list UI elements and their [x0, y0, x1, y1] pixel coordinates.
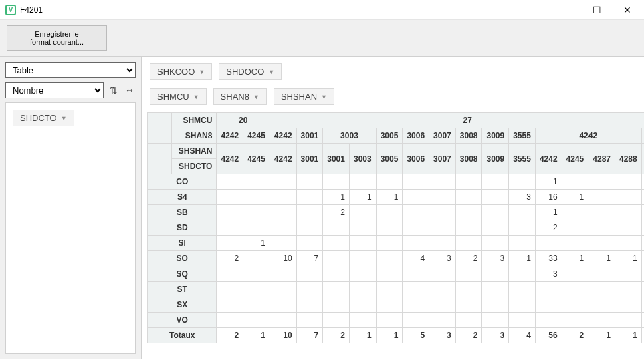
swap-axes-icon[interactable]: ↔: [124, 83, 136, 98]
pivot-table-wrap[interactable]: SHMCU2027SHAN842424245424230013003300530…: [147, 112, 644, 354]
pivot-data-cell: [296, 205, 323, 220]
pivot-header-cell[interactable]: SI: [148, 236, 217, 251]
pivot-data-cell: [243, 282, 270, 297]
pivot-header-cell[interactable]: 3001: [323, 144, 350, 174]
pivot-data-cell: [641, 236, 644, 251]
pivot-header-cell[interactable]: [148, 128, 172, 144]
pivot-header-cell[interactable]: 4242: [535, 128, 641, 144]
pivot-data-cell: 1: [535, 205, 562, 220]
pivot-header-cell[interactable]: 424: [641, 144, 644, 174]
row-field-shmcu[interactable]: SHMCU▼: [150, 88, 207, 105]
table-row: SI1: [148, 236, 645, 251]
table-row: SX: [148, 297, 645, 313]
sort-toggle-icon[interactable]: ⇅: [108, 83, 120, 98]
pivot-header-cell[interactable]: 4242: [217, 144, 243, 174]
pivot-header-cell[interactable]: 3008: [455, 144, 482, 174]
pivot-header-cell[interactable]: 4287: [588, 144, 615, 174]
table-row: ST: [148, 282, 645, 297]
pivot-header-cell[interactable]: 27: [270, 113, 644, 128]
pivot-header-cell[interactable]: 4245: [562, 144, 588, 174]
pivot-data-cell: [323, 236, 350, 251]
pivot-data-cell: [217, 266, 243, 282]
chevron-down-icon: ▼: [268, 69, 274, 75]
pivot-header-cell[interactable]: 3007: [429, 144, 456, 174]
toolbar: Enregistrer le format courant...: [0, 20, 644, 57]
pivot-data-cell: [455, 205, 482, 220]
pivot-data-cell: [270, 205, 296, 220]
pivot-header-cell[interactable]: 20: [217, 113, 270, 128]
pivot-header-cell[interactable]: 4245: [243, 128, 270, 144]
pivot-header-cell[interactable]: 3555: [509, 128, 536, 144]
pivot-header-cell[interactable]: SHDCTO: [172, 159, 217, 174]
pivot-data-cell: [270, 220, 296, 236]
pivot-header-cell[interactable]: 3006: [403, 128, 429, 144]
pivot-header-cell[interactable]: SHMCU: [172, 113, 217, 128]
pivot-data-cell: [296, 282, 323, 297]
col-field-shkcoo[interactable]: SHKCOO▼: [150, 63, 212, 80]
pivot-header-cell[interactable]: SHSHAN: [172, 144, 217, 159]
pivot-data-cell: [403, 190, 429, 205]
pivot-header-cell[interactable]: 3008: [455, 128, 482, 144]
pivot-data-cell: [455, 220, 482, 236]
minimize-button[interactable]: —: [550, 0, 581, 19]
pivot-header-cell[interactable]: 4242: [217, 128, 243, 144]
pivot-header-cell[interactable]: 3001: [296, 128, 323, 144]
pivot-data-cell: [323, 174, 350, 190]
dimension-select[interactable]: Table: [5, 62, 136, 78]
pivot-header-cell[interactable]: [148, 113, 172, 128]
window-title: F4201: [20, 5, 550, 15]
pivot-header-cell[interactable]: Totaux: [148, 328, 217, 343]
pivot-header-cell[interactable]: 4242: [270, 128, 296, 144]
row-field-shan8[interactable]: SHAN8▼: [213, 88, 267, 105]
pivot-header-cell[interactable]: S4: [148, 190, 217, 205]
pivot-header-cell[interactable]: SHAN8: [172, 128, 217, 144]
pivot-data-cell: 1: [588, 251, 615, 266]
pivot-data-cell: [641, 313, 644, 328]
pivot-header-cell[interactable]: 3555: [509, 144, 536, 174]
pivot-data-cell: [270, 297, 296, 313]
pivot-header-cell[interactable]: SO: [148, 251, 217, 266]
pivot-header-cell[interactable]: 4288: [615, 144, 642, 174]
pivot-data-cell: [296, 220, 323, 236]
pivot-data-cell: [562, 205, 588, 220]
pivot-header-cell[interactable]: SX: [148, 297, 217, 313]
pivot-header-cell[interactable]: [148, 144, 172, 174]
pivot-header-cell[interactable]: 3003: [349, 144, 376, 174]
pivot-header-cell[interactable]: SQ: [148, 266, 217, 282]
pivot-data-cell: [349, 220, 376, 236]
maximize-button[interactable]: ☐: [581, 0, 612, 19]
pivot-header-cell[interactable]: 3003: [323, 128, 376, 144]
pivot-data-cell: [403, 220, 429, 236]
pivot-data-cell: [588, 266, 615, 282]
pivot-header-cell[interactable]: SD: [148, 220, 217, 236]
pivot-data-cell: [641, 251, 644, 266]
pivot-header-cell[interactable]: 3006: [403, 144, 429, 174]
pivot-header-cell[interactable]: CO: [148, 174, 217, 190]
pivot-header-cell[interactable]: 4245: [243, 144, 270, 174]
pivot-header-cell[interactable]: 3009: [482, 144, 509, 174]
pivot-header-cell[interactable]: 3007: [429, 128, 456, 144]
measure-select[interactable]: Nombre: [5, 82, 104, 98]
pivot-data-cell: 2: [217, 251, 243, 266]
pivot-header-cell[interactable]: 3005: [376, 144, 403, 174]
pivot-header-cell[interactable]: 3005: [376, 128, 403, 144]
pivot-data-cell: [217, 220, 243, 236]
pivot-data-cell: [588, 205, 615, 220]
filter-chip-shdcto[interactable]: SHDCTO ▼: [13, 110, 74, 126]
close-button[interactable]: ✕: [612, 0, 643, 19]
pivot-header-cell[interactable]: VO: [148, 313, 217, 328]
pivot-data-cell: 1: [323, 190, 350, 205]
pivot-header-cell[interactable]: 3009: [482, 128, 509, 144]
pivot-header-cell[interactable]: 4242: [270, 144, 296, 174]
col-field-shdoco[interactable]: SHDOCO▼: [219, 63, 282, 80]
pivot-header-cell[interactable]: ST: [148, 282, 217, 297]
pivot-data-cell: [562, 297, 588, 313]
pivot-header-cell[interactable]: SB: [148, 205, 217, 220]
pivot-data-cell: [641, 205, 644, 220]
save-format-button[interactable]: Enregistrer le format courant...: [7, 25, 107, 51]
filter-area: SHDCTO ▼: [5, 102, 136, 354]
pivot-header-cell[interactable]: 424: [641, 128, 644, 144]
pivot-header-cell[interactable]: 3001: [296, 144, 323, 174]
row-field-shshan[interactable]: SHSHAN▼: [274, 88, 334, 105]
pivot-header-cell[interactable]: 4242: [535, 144, 562, 174]
